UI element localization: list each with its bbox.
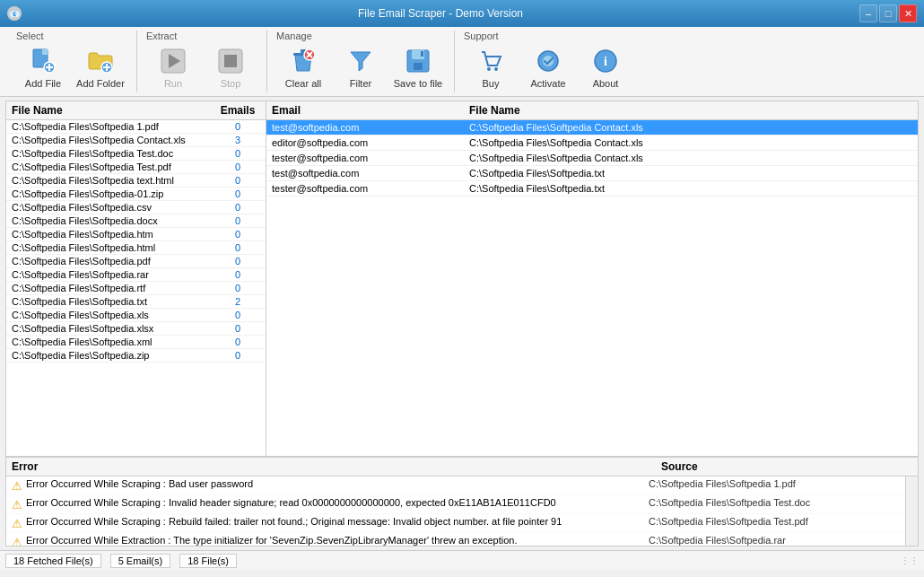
activate-button[interactable]: Activate	[521, 43, 575, 92]
error-source: C:\Softpedia Files\Softpedia 1.pdf	[649, 478, 900, 489]
file-emails-cell: 0	[215, 188, 260, 199]
file-name-cell: C:\Softpedia Files\Softpedia.xml	[12, 337, 215, 347]
file-name-cell: C:\Softpedia Files\Softpedia.pdf	[12, 256, 215, 267]
error-row: ⚠ Error Occurred While Scraping : Bad us…	[6, 476, 905, 495]
file-list-row[interactable]: C:\Softpedia Files\Softpedia.xlsx 0	[6, 322, 266, 336]
email-cell: tester@softpedia.com	[272, 183, 469, 194]
email-cell: tester@softpedia.com	[272, 153, 469, 163]
toolbar-group-manage: Manage Clear all	[267, 31, 455, 92]
email-list-row[interactable]: test@softpedia.com C:\Softpedia Files\So…	[266, 166, 918, 181]
file-list-row[interactable]: C:\Softpedia Files\Softpedia.csv 0	[6, 201, 266, 214]
add-file-icon	[29, 47, 57, 75]
email-results-header: Email File Name	[266, 101, 918, 120]
scrollbar[interactable]	[905, 476, 918, 546]
file-list-row[interactable]: C:\Softpedia Files\Softpedia Test.doc 0	[6, 147, 266, 161]
error-list[interactable]: ⚠ Error Occurred While Scraping : Bad us…	[6, 476, 905, 546]
file-list-row[interactable]: C:\Softpedia Files\Softpedia.pdf 0	[6, 255, 266, 268]
minimize-button[interactable]: –	[859, 4, 877, 22]
file-list-row[interactable]: C:\Softpedia Files\Softpedia.docx 0	[6, 214, 266, 228]
svg-point-22	[494, 67, 498, 71]
files-count-status: 18 File(s)	[179, 554, 237, 568]
file-emails-cell: 0	[215, 121, 260, 132]
filter-button[interactable]: Filter	[334, 43, 388, 92]
svg-rect-19	[414, 63, 423, 70]
about-icon: i	[591, 47, 620, 75]
email-list-row[interactable]: tester@softpedia.com C:\Softpedia Files\…	[266, 151, 918, 166]
svg-text:i: i	[604, 55, 607, 68]
file-list-row[interactable]: C:\Softpedia Files\Softpedia.xls 0	[6, 309, 266, 322]
email-file-cell: C:\Softpedia Files\Softpedia Contact.xls	[469, 153, 912, 163]
filter-label: Filter	[350, 78, 371, 89]
email-cell: test@softpedia.com	[272, 168, 469, 179]
email-list-row[interactable]: tester@softpedia.com C:\Softpedia Files\…	[266, 181, 918, 197]
file-name-cell: C:\Softpedia Files\Softpedia.txt	[12, 296, 215, 307]
email-col-header: Email	[272, 104, 469, 117]
file-name-cell: C:\Softpedia Files\Softpedia Test.doc	[12, 148, 215, 159]
restore-button[interactable]: □	[879, 4, 897, 22]
file-emails-cell: 0	[215, 350, 260, 361]
email-cell: test@softpedia.com	[272, 122, 469, 133]
error-message: Error Occurred While Scraping : Invalid …	[26, 497, 645, 508]
file-list-row[interactable]: C:\Softpedia Files\Softpedia.rar 0	[6, 268, 266, 282]
manage-buttons: Clear all Filter	[276, 43, 445, 92]
add-file-label: Add File	[25, 78, 61, 89]
warning-icon: ⚠	[12, 517, 22, 530]
email-results-body[interactable]: test@softpedia.com C:\Softpedia Files\So…	[266, 120, 918, 456]
error-message: Error Occurred While Scraping : Bad user…	[26, 478, 645, 489]
file-col-header: File Name	[469, 104, 912, 117]
emails-count-status: 5 Email(s)	[110, 554, 171, 568]
file-list-body[interactable]: C:\Softpedia Files\Softpedia 1.pdf 0 C:\…	[6, 120, 266, 456]
add-folder-button[interactable]: Add Folder	[74, 43, 127, 92]
warning-icon: ⚠	[12, 536, 22, 546]
svg-rect-20	[421, 51, 423, 57]
email-file-cell: C:\Softpedia Files\Softpedia Contact.xls	[469, 137, 912, 148]
email-list-row[interactable]: test@softpedia.com C:\Softpedia Files\So…	[266, 120, 918, 136]
clear-all-label: Clear all	[285, 78, 321, 89]
add-folder-icon	[86, 47, 115, 75]
error-row: ⚠ Error Occurred While Scraping : Invali…	[6, 495, 905, 514]
about-label: About	[593, 78, 619, 89]
extract-buttons: Run Stop	[146, 43, 257, 92]
window-title: File Email Scraper - Demo Version	[22, 7, 859, 20]
stop-button[interactable]: Stop	[204, 43, 257, 92]
email-list-row[interactable]: editor@softpedia.com C:\Softpedia Files\…	[266, 136, 918, 151]
file-list-row[interactable]: C:\Softpedia Files\Softpedia-01.zip 0	[6, 188, 266, 201]
file-list-row[interactable]: C:\Softpedia Files\Softpedia.rtf 0	[6, 282, 266, 295]
close-button[interactable]: ✕	[899, 4, 917, 22]
file-emails-cell: 2	[215, 296, 260, 307]
email-cell: editor@softpedia.com	[272, 137, 469, 148]
file-list-row[interactable]: C:\Softpedia Files\Softpedia.txt 2	[6, 295, 266, 309]
file-emails-cell: 0	[215, 283, 260, 293]
error-panel-header: Error Source	[6, 458, 918, 476]
about-button[interactable]: i About	[579, 43, 632, 92]
file-emails-cell: 0	[215, 202, 260, 213]
window-controls: – □ ✕	[859, 4, 917, 22]
file-list-row[interactable]: C:\Softpedia Files\Softpedia text.html 0	[6, 174, 266, 188]
error-message: Error Occurred While Extraction : The ty…	[26, 535, 645, 546]
select-buttons: Add File Add Folder	[16, 43, 127, 92]
emails-header: Emails	[215, 104, 260, 117]
error-scroll-area: ⚠ Error Occurred While Scraping : Bad us…	[6, 476, 918, 546]
file-list-row[interactable]: C:\Softpedia Files\Softpedia.html 0	[6, 241, 266, 255]
file-name-cell: C:\Softpedia Files\Softpedia.zip	[12, 350, 215, 361]
file-list-row[interactable]: C:\Softpedia Files\Softpedia.zip 0	[6, 349, 266, 363]
clear-all-button[interactable]: Clear all	[276, 43, 330, 92]
file-list-row[interactable]: C:\Softpedia Files\Softpedia 1.pdf 0	[6, 120, 266, 134]
file-list-row[interactable]: C:\Softpedia Files\Softpedia.htm 0	[6, 228, 266, 241]
error-panel: Error Source ⚠ Error Occurred While Scra…	[5, 457, 919, 546]
file-name-cell: C:\Softpedia Files\Softpedia Test.pdf	[12, 162, 215, 172]
toolbar: Select Add File	[0, 27, 924, 97]
file-list-row[interactable]: C:\Softpedia Files\Softpedia.xml 0	[6, 336, 266, 349]
file-emails-cell: 0	[215, 337, 260, 347]
file-emails-cell: 3	[215, 135, 260, 145]
file-list-row[interactable]: C:\Softpedia Files\Softpedia Test.pdf 0	[6, 161, 266, 174]
run-button[interactable]: Run	[146, 43, 200, 92]
email-file-cell: C:\Softpedia Files\Softpedia.txt	[469, 183, 912, 194]
manage-group-label: Manage	[276, 31, 312, 41]
add-file-button[interactable]: Add File	[16, 43, 70, 92]
buy-button[interactable]: Buy	[464, 43, 518, 92]
svg-rect-1	[42, 49, 48, 55]
file-list-row[interactable]: C:\Softpedia Files\Softpedia Contact.xls…	[6, 134, 266, 147]
save-to-file-button[interactable]: Save to file	[391, 43, 445, 92]
file-list-panel: File Name Emails C:\Softpedia Files\Soft…	[6, 101, 266, 456]
